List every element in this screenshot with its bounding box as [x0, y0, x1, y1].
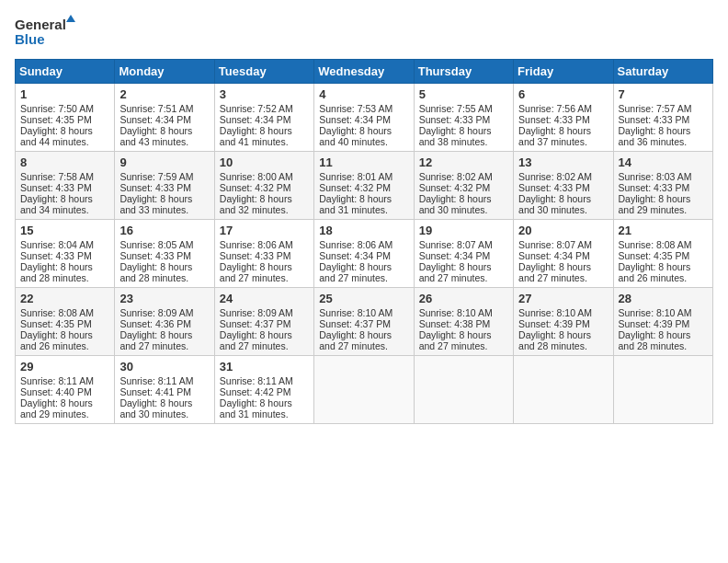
sunset-text: Sunset: 4:34 PM: [319, 250, 391, 261]
sunset-text: Sunset: 4:37 PM: [220, 318, 291, 329]
day-number: 11: [319, 155, 408, 169]
calendar-cell: 9Sunrise: 7:59 AMSunset: 4:33 PMDaylight…: [115, 152, 214, 220]
sunset-text: Sunset: 4:32 PM: [319, 182, 391, 193]
col-header-tuesday: Tuesday: [214, 60, 313, 84]
sunrise-text: Sunrise: 8:10 AM: [518, 307, 592, 318]
daylight-text: Daylight: 8 hours and 28 minutes.: [20, 261, 93, 283]
sunset-text: Sunset: 4:34 PM: [518, 250, 590, 261]
calendar-cell: 11Sunrise: 8:01 AMSunset: 4:32 PMDayligh…: [314, 152, 414, 220]
day-number: 27: [518, 292, 608, 305]
calendar-cell: 6Sunrise: 7:56 AMSunset: 4:33 PMDaylight…: [514, 84, 613, 152]
daylight-text: Daylight: 8 hours and 26 minutes.: [20, 329, 93, 351]
day-number: 7: [619, 87, 708, 101]
col-header-wednesday: Wednesday: [314, 60, 414, 84]
calendar-cell: 14Sunrise: 8:03 AMSunset: 4:33 PMDayligh…: [613, 152, 712, 220]
daylight-text: Daylight: 8 hours and 30 minutes.: [518, 193, 591, 215]
day-number: 1: [20, 87, 109, 101]
calendar-cell: 7Sunrise: 7:57 AMSunset: 4:33 PMDaylight…: [613, 84, 712, 152]
day-number: 28: [619, 292, 708, 305]
day-number: 12: [419, 155, 508, 169]
day-number: 9: [119, 155, 209, 169]
sunset-text: Sunset: 4:34 PM: [419, 250, 491, 261]
day-number: 2: [119, 87, 209, 101]
calendar-cell: 2Sunrise: 7:51 AMSunset: 4:34 PMDaylight…: [115, 84, 214, 152]
calendar-cell: 18Sunrise: 8:06 AMSunset: 4:34 PMDayligh…: [314, 220, 414, 288]
day-number: 23: [119, 292, 209, 305]
day-number: 24: [220, 292, 309, 305]
calendar-week-3: 15Sunrise: 8:04 AMSunset: 4:33 PMDayligh…: [16, 220, 713, 288]
calendar-cell: 17Sunrise: 8:06 AMSunset: 4:33 PMDayligh…: [214, 220, 313, 288]
daylight-text: Daylight: 8 hours and 27 minutes.: [319, 261, 392, 283]
daylight-text: Daylight: 8 hours and 28 minutes.: [119, 261, 192, 283]
col-header-sunday: Sunday: [16, 60, 115, 84]
calendar-cell: 25Sunrise: 8:10 AMSunset: 4:37 PMDayligh…: [314, 288, 414, 356]
daylight-text: Daylight: 8 hours and 30 minutes.: [419, 193, 492, 215]
sunset-text: Sunset: 4:42 PM: [220, 386, 291, 397]
sunrise-text: Sunrise: 8:06 AM: [319, 239, 392, 250]
calendar-week-4: 22Sunrise: 8:08 AMSunset: 4:35 PMDayligh…: [16, 288, 713, 356]
sunrise-text: Sunrise: 7:58 AM: [20, 171, 94, 182]
calendar-week-5: 29Sunrise: 8:11 AMSunset: 4:40 PMDayligh…: [16, 356, 713, 424]
calendar-cell: 3Sunrise: 7:52 AMSunset: 4:34 PMDaylight…: [214, 84, 313, 152]
sunrise-text: Sunrise: 8:11 AM: [20, 375, 94, 386]
calendar-cell: 8Sunrise: 7:58 AMSunset: 4:33 PMDaylight…: [16, 152, 115, 220]
calendar-cell: 30Sunrise: 8:11 AMSunset: 4:41 PMDayligh…: [115, 356, 214, 424]
daylight-text: Daylight: 8 hours and 29 minutes.: [619, 193, 691, 215]
sunrise-text: Sunrise: 8:01 AM: [319, 171, 392, 182]
day-number: 18: [319, 224, 408, 237]
daylight-text: Daylight: 8 hours and 28 minutes.: [518, 329, 591, 351]
daylight-text: Daylight: 8 hours and 36 minutes.: [619, 125, 691, 147]
sunset-text: Sunset: 4:33 PM: [119, 182, 191, 193]
sunrise-text: Sunrise: 7:57 AM: [619, 103, 692, 114]
day-number: 19: [419, 224, 508, 237]
day-number: 25: [319, 292, 408, 305]
sunset-text: Sunset: 4:35 PM: [20, 114, 92, 125]
sunset-text: Sunset: 4:33 PM: [619, 114, 690, 125]
sunset-text: Sunset: 4:33 PM: [119, 250, 191, 261]
day-number: 15: [20, 224, 109, 237]
page-header: GeneralBlue: [15, 15, 713, 52]
sunset-text: Sunset: 4:33 PM: [20, 182, 92, 193]
sunset-text: Sunset: 4:35 PM: [20, 318, 92, 329]
sunrise-text: Sunrise: 8:11 AM: [119, 375, 193, 386]
sunrise-text: Sunrise: 8:10 AM: [319, 307, 392, 318]
daylight-text: Daylight: 8 hours and 44 minutes.: [20, 125, 93, 147]
sunset-text: Sunset: 4:33 PM: [619, 182, 690, 193]
calendar-week-2: 8Sunrise: 7:58 AMSunset: 4:33 PMDaylight…: [16, 152, 713, 220]
calendar-cell: 22Sunrise: 8:08 AMSunset: 4:35 PMDayligh…: [16, 288, 115, 356]
sunrise-text: Sunrise: 8:07 AM: [518, 239, 592, 250]
calendar-cell: 13Sunrise: 8:02 AMSunset: 4:33 PMDayligh…: [514, 152, 613, 220]
sunrise-text: Sunrise: 8:03 AM: [619, 171, 692, 182]
sunrise-text: Sunrise: 7:50 AM: [20, 103, 94, 114]
logo-svg: GeneralBlue: [15, 15, 79, 52]
daylight-text: Daylight: 8 hours and 27 minutes.: [419, 329, 492, 351]
calendar-cell: 1Sunrise: 7:50 AMSunset: 4:35 PMDaylight…: [16, 84, 115, 152]
sunset-text: Sunset: 4:41 PM: [119, 386, 191, 397]
sunrise-text: Sunrise: 8:02 AM: [518, 171, 592, 182]
day-number: 13: [518, 155, 608, 169]
sunrise-text: Sunrise: 7:53 AM: [319, 103, 392, 114]
sunset-text: Sunset: 4:33 PM: [220, 250, 291, 261]
daylight-text: Daylight: 8 hours and 27 minutes.: [419, 261, 492, 283]
sunrise-text: Sunrise: 7:52 AM: [220, 103, 293, 114]
daylight-text: Daylight: 8 hours and 40 minutes.: [319, 125, 392, 147]
day-number: 8: [20, 155, 109, 169]
calendar-cell: 23Sunrise: 8:09 AMSunset: 4:36 PMDayligh…: [115, 288, 214, 356]
sunset-text: Sunset: 4:39 PM: [619, 318, 690, 329]
sunrise-text: Sunrise: 8:07 AM: [419, 239, 493, 250]
day-number: 31: [220, 360, 309, 373]
daylight-text: Daylight: 8 hours and 32 minutes.: [220, 193, 292, 215]
day-number: 29: [20, 360, 109, 373]
calendar-cell: [613, 356, 712, 424]
sunset-text: Sunset: 4:34 PM: [319, 114, 391, 125]
day-number: 10: [220, 155, 309, 169]
sunrise-text: Sunrise: 8:08 AM: [619, 239, 692, 250]
sunrise-text: Sunrise: 8:09 AM: [220, 307, 293, 318]
daylight-text: Daylight: 8 hours and 41 minutes.: [220, 125, 292, 147]
calendar-cell: 21Sunrise: 8:08 AMSunset: 4:35 PMDayligh…: [613, 220, 712, 288]
sunset-text: Sunset: 4:34 PM: [220, 114, 291, 125]
daylight-text: Daylight: 8 hours and 27 minutes.: [518, 261, 591, 283]
sunset-text: Sunset: 4:39 PM: [518, 318, 590, 329]
calendar-cell: 10Sunrise: 8:00 AMSunset: 4:32 PMDayligh…: [214, 152, 313, 220]
sunrise-text: Sunrise: 8:09 AM: [119, 307, 193, 318]
